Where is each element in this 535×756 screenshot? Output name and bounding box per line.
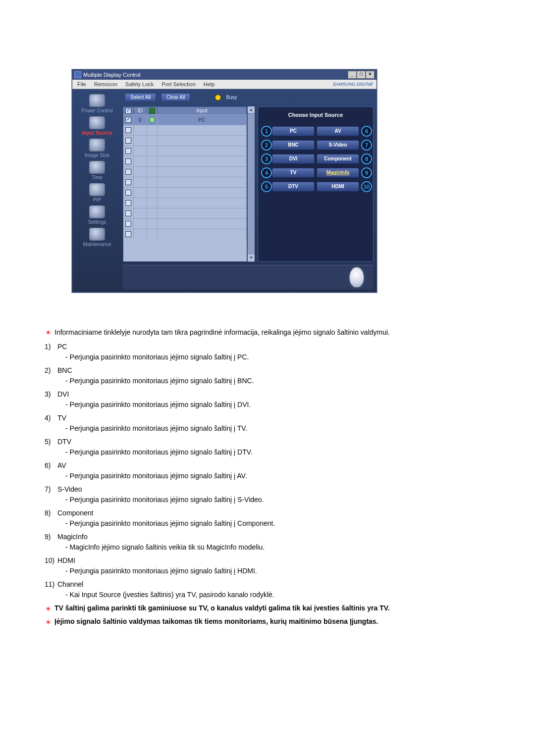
display-grid: ID Input 0 PC xyxy=(123,106,255,262)
row-checkbox[interactable] xyxy=(125,200,131,206)
table-row[interactable]: 0 PC xyxy=(123,114,247,125)
list-item: DTV - Perjungia pasirinkto monitoriaus į… xyxy=(45,437,490,457)
sidebar-item-image-size[interactable]: Image Size xyxy=(85,138,109,159)
table-row[interactable] xyxy=(123,187,247,198)
desc: - Perjungia pasirinkto monitoriaus įėjim… xyxy=(57,352,490,362)
menu-help[interactable]: Help xyxy=(200,80,219,88)
row-checkbox[interactable] xyxy=(125,231,131,237)
term: TV xyxy=(57,413,490,423)
table-row[interactable] xyxy=(123,135,247,146)
close-button[interactable]: × xyxy=(366,71,374,79)
vertical-scrollbar[interactable]: ▲ ▼ xyxy=(247,106,255,262)
sidebar-item-pip[interactable]: PIP xyxy=(89,182,105,203)
clear-all-button[interactable]: Clear All xyxy=(161,93,190,101)
sidebar-item-input-source[interactable]: Input Source xyxy=(82,115,112,137)
select-all-button[interactable]: Select All xyxy=(125,93,156,101)
callout-1: 1 xyxy=(261,126,272,137)
list-item: AV - Perjungia pasirinkto monitoriaus įė… xyxy=(45,460,490,481)
table-row[interactable] xyxy=(123,156,247,166)
top-controls: Select All Clear All Busy xyxy=(123,92,374,103)
term: Component xyxy=(57,508,490,518)
menu-file[interactable]: File xyxy=(73,80,90,88)
list-item: Channel - Kai Input Source (įvesties šal… xyxy=(45,579,490,600)
maintenance-icon xyxy=(89,228,105,241)
table-row[interactable] xyxy=(123,146,247,156)
source-svideo-button[interactable]: S-Video xyxy=(317,140,359,150)
term: Channel xyxy=(57,579,490,590)
source-tv-button[interactable]: TV xyxy=(272,168,315,178)
source-component-button[interactable]: Component xyxy=(317,154,359,164)
source-magicinfo-button[interactable]: MagicInfo xyxy=(317,168,359,178)
source-bnc-button[interactable]: BNC xyxy=(272,140,315,150)
note-2: Įėjimo signalo šaltinio valdymas taikoma… xyxy=(54,616,490,627)
term: MagicInfo xyxy=(57,532,490,542)
callout-7: 7 xyxy=(361,140,372,151)
term: AV xyxy=(57,460,490,471)
input-source-icon xyxy=(89,116,105,129)
list-item: MagicInfo - MagicInfo įėjimo signalo šal… xyxy=(45,532,490,553)
source-definition-list: PC - Perjungia pasirinkto monitoriaus įė… xyxy=(45,342,490,600)
source-pc-button[interactable]: PC xyxy=(272,126,315,136)
cell-id: 0 xyxy=(134,115,147,125)
header-checkbox[interactable] xyxy=(125,108,131,114)
row-checkbox[interactable] xyxy=(125,169,131,175)
row-checkbox[interactable] xyxy=(125,179,131,185)
desc: - Kai Input Source (įvesties šaltinis) y… xyxy=(57,590,490,600)
row-checkbox[interactable] xyxy=(125,117,131,123)
menu-safety-lock[interactable]: Safety Lock xyxy=(121,80,158,88)
minimize-button[interactable]: _ xyxy=(348,71,357,79)
choose-input-panel: Choose Input Source 1 PC AV 6 2 BNC S-Vi… xyxy=(258,106,374,262)
term: DTV xyxy=(57,437,490,447)
row-checkbox[interactable] xyxy=(125,148,131,154)
desc: - Perjungia pasirinkto monitoriaus įėjim… xyxy=(57,566,490,576)
row-checkbox[interactable] xyxy=(125,158,131,164)
col-id: ID xyxy=(134,107,147,114)
table-row[interactable] xyxy=(123,177,247,187)
table-row[interactable] xyxy=(123,229,247,239)
row-checkbox[interactable] xyxy=(125,210,131,216)
sidebar-item-settings[interactable]: Settings xyxy=(88,204,106,226)
menu-remocon[interactable]: Remocon xyxy=(90,80,121,88)
source-dtv-button[interactable]: DTV xyxy=(272,182,315,192)
desc: - Perjungia pasirinkto monitoriaus įėjim… xyxy=(57,495,490,505)
row-checkbox[interactable] xyxy=(125,127,131,133)
table-row[interactable] xyxy=(123,218,247,229)
sidebar-item-time[interactable]: Time xyxy=(89,160,105,181)
window-title: Multiple Display Control xyxy=(83,72,141,78)
maximize-button[interactable]: □ xyxy=(357,71,366,79)
document-body: ✶ Informaciniame tinklelyje nurodyta tam… xyxy=(45,327,490,628)
table-row[interactable] xyxy=(123,125,247,135)
intro-text: Informaciniame tinklelyje nurodyta tam t… xyxy=(54,327,490,338)
source-av-button[interactable]: AV xyxy=(317,126,359,136)
sidebar-item-power-control[interactable]: Power Control xyxy=(81,93,112,114)
table-row[interactable] xyxy=(123,208,247,218)
star-icon: ✶ xyxy=(45,327,52,339)
term: S-Video xyxy=(57,484,490,495)
col-input: Input xyxy=(158,107,247,114)
app-icon xyxy=(74,71,81,78)
main-area: Select All Clear All Busy ID Input xyxy=(122,89,376,292)
callout-5: 5 xyxy=(261,181,272,192)
scroll-up-icon[interactable]: ▲ xyxy=(248,106,255,114)
brand-label: SAMSUNG DIGITall xyxy=(330,80,375,88)
source-hdmi-button[interactable]: HDMI xyxy=(317,182,359,192)
menu-port-selection[interactable]: Port Selection xyxy=(158,80,199,88)
term: HDMI xyxy=(57,555,490,566)
table-row[interactable] xyxy=(123,166,247,177)
sidebar-item-maintenance[interactable]: Maintenance xyxy=(83,227,111,248)
term: PC xyxy=(57,342,490,352)
busy-label: Busy xyxy=(226,95,237,100)
sidebar-item-label: Maintenance xyxy=(83,242,111,247)
row-checkbox[interactable] xyxy=(125,138,131,144)
app-window: Multiple Display Control _ □ × File Remo… xyxy=(72,69,377,293)
callout-8: 8 xyxy=(361,153,372,164)
source-dvi-button[interactable]: DVI xyxy=(272,154,315,164)
row-checkbox[interactable] xyxy=(125,190,131,196)
row-checkbox[interactable] xyxy=(125,221,131,227)
list-item: Component - Perjungia pasirinkto monitor… xyxy=(45,508,490,529)
scroll-down-icon[interactable]: ▼ xyxy=(248,254,255,262)
star-icon: ✶ xyxy=(45,617,52,628)
callout-2: 2 xyxy=(261,140,272,151)
cell-input: PC xyxy=(158,115,247,125)
table-row[interactable] xyxy=(123,198,247,208)
